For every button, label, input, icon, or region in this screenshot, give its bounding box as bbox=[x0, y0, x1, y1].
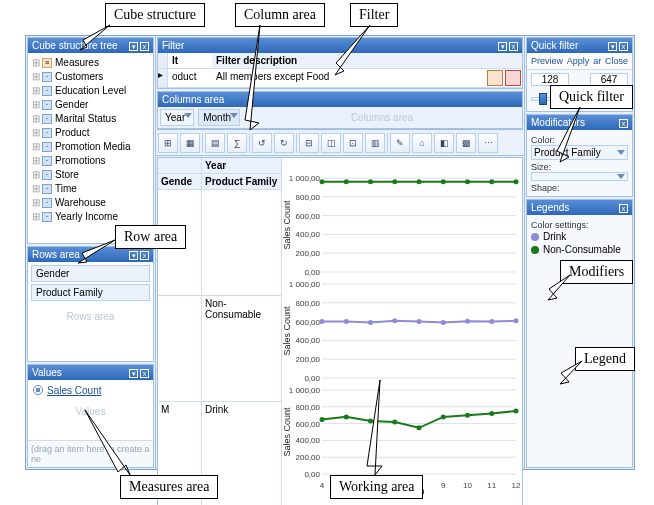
svg-text:0,00: 0,00 bbox=[304, 268, 320, 277]
svg-text:800,00: 800,00 bbox=[296, 193, 321, 202]
svg-point-39 bbox=[417, 319, 422, 324]
callout-legend: Legend bbox=[575, 347, 635, 371]
svg-text:400,00: 400,00 bbox=[296, 336, 321, 345]
column-chip-year[interactable]: Year bbox=[160, 109, 194, 126]
filter-item-header: It bbox=[168, 53, 212, 68]
svg-text:600,00: 600,00 bbox=[296, 420, 321, 429]
callout-column-area: Column area bbox=[235, 3, 325, 27]
toolbar-button[interactable]: ⌂ bbox=[412, 133, 432, 153]
svg-point-21 bbox=[514, 179, 519, 184]
legend-item-drink[interactable]: Drink bbox=[531, 230, 628, 243]
mod-shape-label: Shape: bbox=[531, 183, 628, 193]
legend-item-nonconsumable[interactable]: Non-Consumable bbox=[531, 243, 628, 256]
cube-structure-panel: Cube structure tree ▾x ⊞≡Measures ⊞·Cust… bbox=[27, 37, 154, 244]
grid-row-label bbox=[202, 190, 281, 296]
svg-point-13 bbox=[320, 179, 325, 184]
toolbar-button[interactable]: ⋯ bbox=[478, 133, 498, 153]
values-header[interactable]: Values ▾x bbox=[28, 365, 153, 380]
svg-text:200,00: 200,00 bbox=[296, 355, 321, 364]
tree-item[interactable]: ⊞·Education Level bbox=[32, 84, 149, 98]
row-chip-product-family[interactable]: Product Family bbox=[31, 284, 150, 301]
quick-filter-actions: Preview Apply ar Close bbox=[527, 53, 632, 70]
tree-item[interactable]: ⊞·Warehouse bbox=[32, 196, 149, 210]
qf-apply-link[interactable]: Apply bbox=[567, 56, 590, 66]
toolbar-button[interactable]: ▤ bbox=[205, 133, 225, 153]
toolbar-button[interactable]: ▥ bbox=[365, 133, 385, 153]
dropdown-icon[interactable]: ▾ bbox=[498, 42, 507, 51]
close-icon[interactable]: x bbox=[619, 119, 628, 128]
close-icon[interactable]: x bbox=[140, 251, 149, 260]
svg-point-15 bbox=[368, 179, 373, 184]
grid-header-gender[interactable]: Gende bbox=[158, 174, 201, 190]
tree-item[interactable]: ⊞·Store bbox=[32, 168, 149, 182]
working-area: Gende M Year Product Family Non-Consumab… bbox=[158, 158, 522, 505]
columns-header[interactable]: Columns area bbox=[158, 92, 522, 107]
toolbar-button[interactable]: ⊞ bbox=[158, 133, 178, 153]
svg-point-20 bbox=[489, 179, 494, 184]
columns-panel: Columns area Year Month Columns area bbox=[157, 91, 523, 130]
tree-item[interactable]: ⊞·Gender bbox=[32, 98, 149, 112]
filter-row-selector[interactable]: ▸ bbox=[158, 69, 168, 87]
radio-icon[interactable] bbox=[33, 385, 43, 395]
svg-point-43 bbox=[514, 318, 519, 323]
dropdown-icon[interactable]: ▾ bbox=[129, 42, 138, 51]
qf-handle-min[interactable] bbox=[539, 93, 547, 105]
qf-preview-link[interactable]: Preview bbox=[531, 56, 563, 66]
grid-header-product-family[interactable]: Product Family bbox=[202, 174, 281, 190]
svg-text:4: 4 bbox=[320, 481, 325, 490]
dropdown-icon[interactable]: ▾ bbox=[608, 42, 617, 51]
tree-item[interactable]: ⊞·Product bbox=[32, 126, 149, 140]
toolbar-button[interactable]: ◫ bbox=[321, 133, 341, 153]
rows-body[interactable]: Gender Product Family Rows area bbox=[28, 262, 153, 361]
tree-item[interactable]: ⊞·Customers bbox=[32, 70, 149, 84]
legend-settings-label: Color settings: bbox=[531, 220, 628, 230]
tree-item-measures[interactable]: ⊞≡Measures bbox=[32, 56, 149, 70]
quick-filter-header[interactable]: Quick filter ▾x bbox=[527, 38, 632, 53]
toolbar-button[interactable]: ↻ bbox=[274, 133, 294, 153]
svg-point-38 bbox=[392, 318, 397, 323]
tree-item[interactable]: ⊞·Promotions bbox=[32, 154, 149, 168]
close-icon[interactable]: x bbox=[619, 42, 628, 51]
toolbar-button[interactable]: ⊡ bbox=[343, 133, 363, 153]
grid-row-label: Non-Consumable bbox=[202, 296, 281, 402]
value-sales-count[interactable]: Sales Count bbox=[47, 385, 101, 396]
svg-text:200,00: 200,00 bbox=[296, 453, 321, 462]
qf-clear-link[interactable]: ar bbox=[593, 56, 601, 66]
edit-filter-icon[interactable] bbox=[487, 70, 503, 86]
dropdown-icon[interactable]: ▾ bbox=[129, 369, 138, 378]
svg-point-17 bbox=[417, 179, 422, 184]
svg-point-58 bbox=[344, 414, 349, 419]
tree-item[interactable]: ⊞·Yearly Income bbox=[32, 210, 149, 224]
svg-point-42 bbox=[489, 319, 494, 324]
column-chip-month[interactable]: Month bbox=[198, 109, 240, 126]
tree-item[interactable]: ⊞·Marital Status bbox=[32, 112, 149, 126]
svg-point-61 bbox=[417, 425, 422, 430]
toolbar-button[interactable]: ◧ bbox=[434, 133, 454, 153]
tree-item[interactable]: ⊞·Promotion Media bbox=[32, 140, 149, 154]
remove-filter-icon[interactable] bbox=[505, 70, 521, 86]
toolbar-button[interactable]: ↺ bbox=[252, 133, 272, 153]
toolbar-button[interactable]: ▦ bbox=[180, 133, 200, 153]
grid-header-year[interactable]: Year bbox=[202, 158, 281, 174]
dropdown-icon[interactable]: ▾ bbox=[129, 251, 138, 260]
mod-size-select[interactable] bbox=[531, 172, 628, 181]
qf-close-link[interactable]: Close bbox=[605, 56, 628, 66]
toolbar-button[interactable]: ✎ bbox=[390, 133, 410, 153]
svg-text:200,00: 200,00 bbox=[296, 249, 321, 258]
filter-item[interactable]: oduct bbox=[168, 69, 212, 87]
svg-point-41 bbox=[465, 319, 470, 324]
legend-header[interactable]: Legends x bbox=[527, 200, 632, 215]
svg-point-63 bbox=[465, 413, 470, 418]
svg-point-16 bbox=[392, 179, 397, 184]
svg-text:800,00: 800,00 bbox=[296, 403, 321, 412]
close-icon[interactable]: x bbox=[619, 204, 628, 213]
tree-item[interactable]: ⊞·Time bbox=[32, 182, 149, 196]
svg-point-40 bbox=[441, 320, 446, 325]
toolbar-button[interactable]: ▩ bbox=[456, 133, 476, 153]
close-icon[interactable]: x bbox=[509, 42, 518, 51]
columns-row[interactable]: Year Month Columns area bbox=[158, 107, 522, 129]
close-icon[interactable]: x bbox=[140, 42, 149, 51]
toolbar-button[interactable]: ∑ bbox=[227, 133, 247, 153]
toolbar-button[interactable]: ⊟ bbox=[299, 133, 319, 153]
close-icon[interactable]: x bbox=[140, 369, 149, 378]
